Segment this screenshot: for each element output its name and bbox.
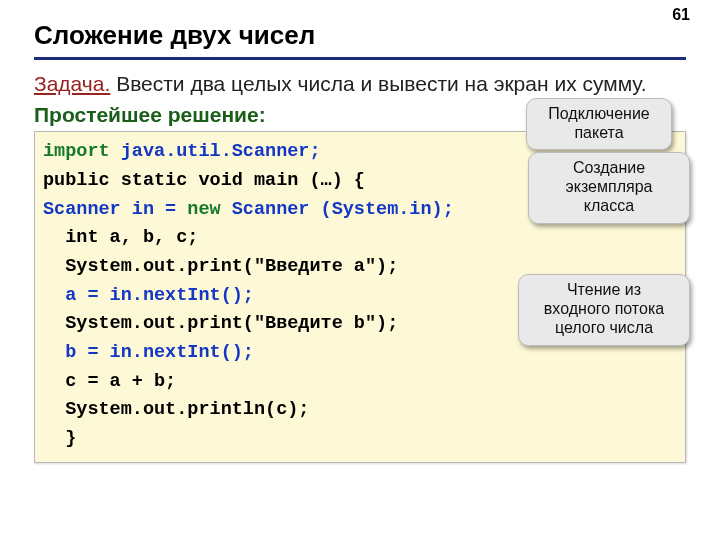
code-text: System.out.println(c); bbox=[43, 396, 677, 425]
callout-line: Чтение из bbox=[531, 280, 677, 299]
callout-line: Подключение bbox=[539, 104, 659, 123]
code-text: Scanner in = bbox=[43, 199, 187, 220]
task-text: Ввести два целых числа и вывести на экра… bbox=[110, 72, 646, 95]
code-text: java.util.Scanner; bbox=[110, 141, 321, 162]
page-number: 61 bbox=[672, 6, 690, 24]
callout-import: Подключение пакета bbox=[526, 98, 672, 150]
callout-line: целого числа bbox=[531, 318, 677, 337]
callout-line: входного потока bbox=[531, 299, 677, 318]
callout-line: экземпляра bbox=[541, 177, 677, 196]
task-label: Задача. bbox=[34, 72, 110, 95]
callout-line: класса bbox=[541, 196, 677, 215]
code-keyword: import bbox=[43, 141, 110, 162]
code-keyword: new bbox=[187, 199, 220, 220]
code-text: c = a + b; bbox=[43, 368, 677, 397]
task-block: Задача. Ввести два целых числа и вывести… bbox=[34, 70, 686, 97]
callout-instance: Создание экземпляра класса bbox=[528, 152, 690, 224]
callout-read: Чтение из входного потока целого числа bbox=[518, 274, 690, 346]
slide-title: Сложение двух чисел bbox=[34, 20, 686, 60]
callout-line: Создание bbox=[541, 158, 677, 177]
code-text: Scanner (System.in); bbox=[221, 199, 454, 220]
code-text: int a, b, c; bbox=[43, 224, 677, 253]
code-text: } bbox=[43, 425, 677, 454]
callout-line: пакета bbox=[539, 123, 659, 142]
